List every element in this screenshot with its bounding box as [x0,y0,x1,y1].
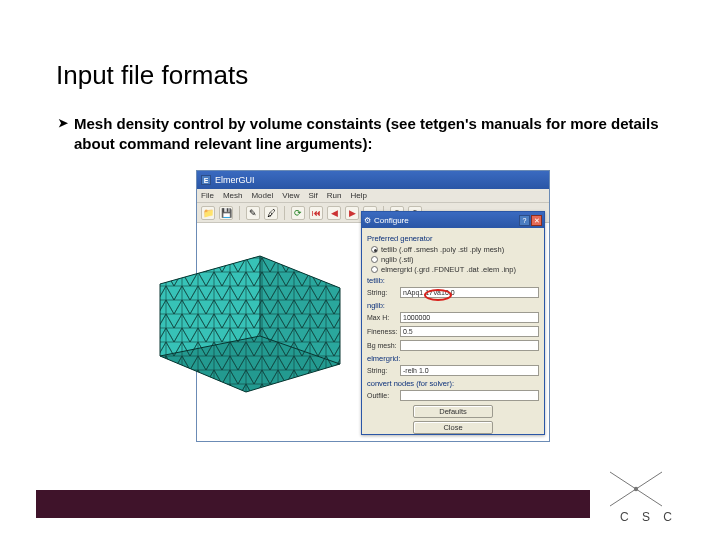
window-title: ElmerGUI [215,175,255,185]
maxh-input[interactable]: 1000000 [400,312,539,323]
gear-icon: ⚙ [364,216,371,225]
generator-group-label: Preferred generator [367,234,539,243]
annotation-circle [424,289,452,301]
field-label: String: [367,289,397,296]
field-label: Max H: [367,314,397,321]
radio-label: tetlib (.off .smesh .poly .stl .ply mesh… [381,245,504,254]
edit-icon[interactable]: ✎ [246,206,260,220]
outfile-row: Outfile: [367,390,539,401]
logo-x-icon [606,466,666,510]
nav-prev-icon[interactable]: ◀ [327,206,341,220]
menu-run[interactable]: Run [327,191,342,200]
menu-sif[interactable]: Sif [308,191,317,200]
convert-section-label: convert nodes (for solver): [367,379,539,388]
tetlib-string-input[interactable]: nApq1.17Va10.0 [400,287,539,298]
radio-icon [371,266,378,273]
toolbar-separator [284,206,285,220]
close-icon[interactable]: ✕ [531,215,542,226]
elmergui-window: E ElmerGUI File Mesh Model View Sif Run … [196,170,550,442]
maxh-row: Max H: 1000000 [367,312,539,323]
eg-string-row: String: -relh 1.0 [367,365,539,376]
svg-point-11 [634,487,638,491]
csc-logo: C S C [596,470,692,526]
bullet-arrow-icon: ➤ [58,116,68,132]
embedded-screenshot: E ElmerGUI File Mesh Model View Sif Run … [196,170,550,442]
elmergrid-section-label: elmergrid: [367,354,539,363]
radio-icon [371,256,378,263]
eg-string-input[interactable]: -relh 1.0 [400,365,539,376]
window-titlebar[interactable]: E ElmerGUI [197,171,549,189]
logo-text: C S C [620,510,677,524]
nav-first-icon[interactable]: ⏮ [309,206,323,220]
tetlib-string-row: String: nApq1.17Va10.0 [367,287,539,298]
configure-dialog: ⚙ Configure ? ✕ Preferred generator tetl… [361,211,545,435]
menu-model[interactable]: Model [251,191,273,200]
dialog-buttons: Defaults Close [367,405,539,434]
nglib-section-label: nglib: [367,301,539,310]
fineness-row: Fineness: 0.5 [367,326,539,337]
mesh-preview [150,244,350,394]
dialog-title: Configure [374,216,409,225]
bullet-item: ➤ Mesh density control by volume constai… [74,114,674,153]
toolbar-separator [239,206,240,220]
menu-file[interactable]: File [201,191,214,200]
defaults-button[interactable]: Defaults [413,405,493,418]
save-icon[interactable]: 💾 [219,206,233,220]
radio-label: nglib (.stl) [381,255,414,264]
brush-icon[interactable]: 🖊 [264,206,278,220]
field-label: String: [367,367,397,374]
bgmesh-input[interactable] [400,340,539,351]
outfile-input[interactable] [400,390,539,401]
radio-elmergrid[interactable]: elmergrid (.grd .FDNEUT .dat .elem .inp) [371,265,539,274]
help-button[interactable]: ? [519,215,530,226]
refresh-icon[interactable]: ⟳ [291,206,305,220]
bullet-text: Mesh density control by volume constaint… [74,115,659,152]
bgmesh-row: Bg mesh: [367,340,539,351]
slide: Input file formats ➤ Mesh density contro… [0,0,720,540]
menu-view[interactable]: View [282,191,299,200]
radio-label: elmergrid (.grd .FDNEUT .dat .elem .inp) [381,265,516,274]
menubar: File Mesh Model View Sif Run Help [197,189,549,203]
dialog-titlebar[interactable]: ⚙ Configure ? ✕ [362,212,544,228]
slide-title: Input file formats [56,60,248,91]
fineness-input[interactable]: 0.5 [400,326,539,337]
open-icon[interactable]: 📁 [201,206,215,220]
app-icon: E [201,175,211,185]
menu-mesh[interactable]: Mesh [223,191,243,200]
radio-nglib[interactable]: nglib (.stl) [371,255,539,264]
radio-icon [371,246,378,253]
menu-help[interactable]: Help [350,191,366,200]
footer-bar [36,490,590,518]
close-button[interactable]: Close [413,421,493,434]
tetlib-section-label: tetlib: [367,276,539,285]
dialog-body: Preferred generator tetlib (.off .smesh … [362,228,544,438]
nav-next-icon[interactable]: ▶ [345,206,359,220]
radio-tetlib[interactable]: tetlib (.off .smesh .poly .stl .ply mesh… [371,245,539,254]
field-label: Bg mesh: [367,342,397,349]
field-label: Fineness: [367,328,397,335]
field-label: Outfile: [367,392,397,399]
input-value-prefix: nApq1. [403,289,425,296]
